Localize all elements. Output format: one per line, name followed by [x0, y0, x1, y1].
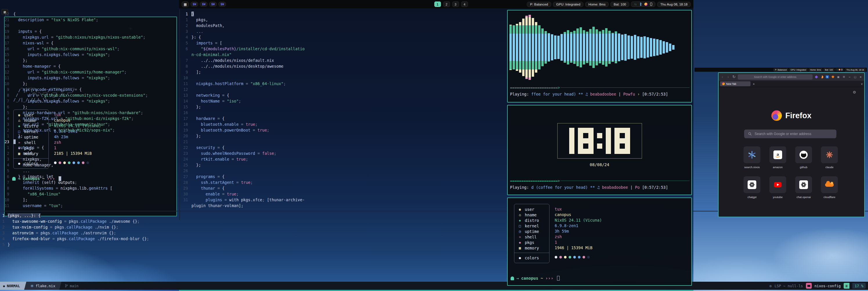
code-text: plugins = with pkgs.xfce; [thunar-archiv… — [191, 197, 305, 203]
line-number: 1 — [1, 133, 13, 139]
workspace-button-3[interactable]: 3 — [452, 1, 459, 7]
shortcut-search-nixos[interactable]: search.nixos — [744, 146, 761, 169]
launcher-module[interactable]: ▦ — [182, 1, 189, 7]
code-text: ]; — [13, 197, 28, 203]
prompt-host: canopus — [521, 276, 538, 281]
code-line: 17 hardware = { — [181, 116, 321, 121]
terminal-window-clock[interactable]: 08/08/24 =====================> Playing:… — [507, 105, 692, 195]
extension-icon-purple[interactable] — [814, 75, 818, 79]
workspace-button-4[interactable]: 4 — [461, 1, 468, 7]
prompt-chevrons: ››› — [546, 276, 554, 281]
visualizer-bar — [525, 16, 528, 79]
palette-dot — [568, 256, 571, 259]
extension-icon-darkreader[interactable] — [820, 75, 824, 79]
extensions-puzzle-icon[interactable]: ▣ — [836, 75, 840, 79]
now-playing-text: beabadoobee — [590, 92, 616, 96]
shortcut-chatgpt[interactable]: chatgpt — [744, 176, 761, 199]
gear-icon[interactable]: ⚙ — [852, 90, 856, 94]
network-icon: ↑↓ — [837, 69, 838, 70]
editor-pane-iso-image[interactable]: 1{1 pkgs,2 modulesPath,3 ...4}: {5 impor… — [181, 9, 321, 220]
code-line: 28 ssh.startAgent = true; — [181, 179, 321, 185]
extension-icon-bitwarden[interactable]: b — [825, 75, 829, 79]
code-line: 23 sudo.wheelNeedsPassword = false; — [181, 150, 321, 156]
menu-button[interactable]: ≡ — [842, 75, 846, 79]
editor-pane-pkgs-default[interactable]: 1{pkgs, ...}: {1 tux-awesome-wm-config =… — [0, 211, 868, 254]
tab-new-tab[interactable]: New Tab — [720, 81, 750, 86]
fetch-label: memory — [525, 246, 539, 250]
maximize-button[interactable]: □ — [853, 75, 857, 79]
workspace-button-1[interactable]: 1 — [434, 1, 441, 7]
line-number: 8 — [1, 185, 13, 191]
dock-icon-3[interactable]: $W — [209, 2, 217, 7]
minimize-button[interactable]: − — [848, 75, 851, 79]
visualizer-bar — [596, 29, 598, 65]
shortcut-grid: search.nixosaamazongithubclaudechatgptyo… — [744, 146, 845, 199]
line-number: 19 — [181, 127, 191, 133]
visualizer-bar — [554, 35, 556, 60]
workspace-button-2[interactable]: 2 — [443, 1, 450, 7]
fetch-label: kernel — [525, 224, 539, 228]
bluetooth-icon[interactable] — [639, 2, 642, 6]
firefox-wordmark: Firefox — [785, 111, 811, 120]
code-text: security = { — [191, 145, 224, 150]
line-number: 3 — [0, 230, 7, 236]
clock-module: Thu Aug 08, 18:18 — [845, 68, 865, 71]
line-number: 26 — [181, 168, 191, 174]
fetch-value-uptime: 3h 59m — [555, 228, 602, 234]
line-number: 8 — [1, 92, 13, 98]
dock-icon-4[interactable]: $W — [218, 2, 226, 7]
code-text: }; — [191, 162, 201, 168]
fetch-label: hname — [525, 212, 537, 217]
now-playing: Playing: d (coffee for your head) ** ♫ b… — [510, 185, 690, 190]
code-text: networking = { — [191, 92, 229, 98]
line-number: 14 — [181, 98, 191, 104]
grid-icon: ▦ — [184, 2, 187, 6]
shortcut-claude[interactable]: claude — [821, 146, 838, 169]
terminal-window-fastfetch-right[interactable]: ◉user⌂hname◈distro□kernel◷uptime»shell◆p… — [507, 198, 692, 286]
extension-icon-metamask[interactable] — [831, 75, 835, 79]
line-number: 5 — [1, 168, 13, 174]
url-bar[interactable]: Search with Google or enter address — [738, 74, 813, 80]
vertical-split-separator[interactable] — [179, 9, 180, 220]
line-number: 1 — [181, 17, 191, 23]
reload-button[interactable]: ↻ — [732, 75, 736, 79]
close-button[interactable]: × — [859, 75, 863, 79]
palette-dot — [573, 256, 576, 259]
line-number: 4 — [0, 236, 7, 242]
dock-icon-2[interactable]: $W — [200, 2, 208, 7]
code-line: plugin thunar-volman]; — [181, 203, 321, 208]
phone-icon[interactable] — [650, 3, 652, 6]
code-line: 6 } @ inputs: let — [1, 174, 179, 179]
terminal-window-visualizer[interactable]: =====================> Playing: ffee for… — [507, 10, 692, 103]
line-number: 9 — [181, 69, 191, 75]
forward-button[interactable]: › — [726, 75, 730, 79]
cloudflare-icon — [821, 176, 838, 193]
dock-icon-1[interactable]: $W — [191, 2, 198, 7]
line-number: 21 — [1, 17, 13, 23]
search-input[interactable]: Search with Google or enter address — [744, 129, 836, 138]
code-line: 9 ]; — [181, 69, 321, 75]
code-line: 27 programs = { — [181, 174, 321, 179]
firefox-new-tab-page: ⚙ Firefox Search with Google or enter ad… — [719, 87, 864, 217]
shortcut-chat-openai[interactable]: chat.openai — [795, 176, 812, 199]
now-playing-text: [0:57/2:53] — [642, 92, 668, 96]
new-tab-button[interactable]: + — [753, 82, 754, 86]
line-number: 22 — [181, 145, 191, 150]
hostname-icon: ⌂ — [518, 213, 522, 217]
visualizer-bar — [548, 33, 550, 62]
search-icon — [748, 132, 752, 136]
shortcut-cloudflare[interactable]: cloudflare — [821, 176, 838, 199]
back-button[interactable]: ‹ — [720, 75, 724, 79]
shortcut-github[interactable]: github — [795, 146, 812, 169]
battery-module: Bat: 100 — [610, 2, 629, 7]
media-player-icon[interactable] — [644, 3, 648, 6]
shortcut-youtube[interactable]: youtube — [769, 176, 786, 199]
code-text: nix-vscode-extensions = { — [13, 87, 82, 92]
code-line: 4 home-manager, — [1, 162, 179, 168]
list-tabs-chevron-icon[interactable]: ∨ — [861, 83, 863, 85]
visualizer-bar — [669, 43, 671, 51]
shortcut-amazon[interactable]: aamazon — [769, 146, 786, 169]
shell-prompt[interactable]: → canopus ~ ››› — [510, 276, 560, 281]
editor-pane-flake-nix[interactable]: 22{21 description = "tux's NixOS Flake";… — [1, 9, 179, 220]
network-icon[interactable]: ↑↓ — [634, 3, 637, 6]
